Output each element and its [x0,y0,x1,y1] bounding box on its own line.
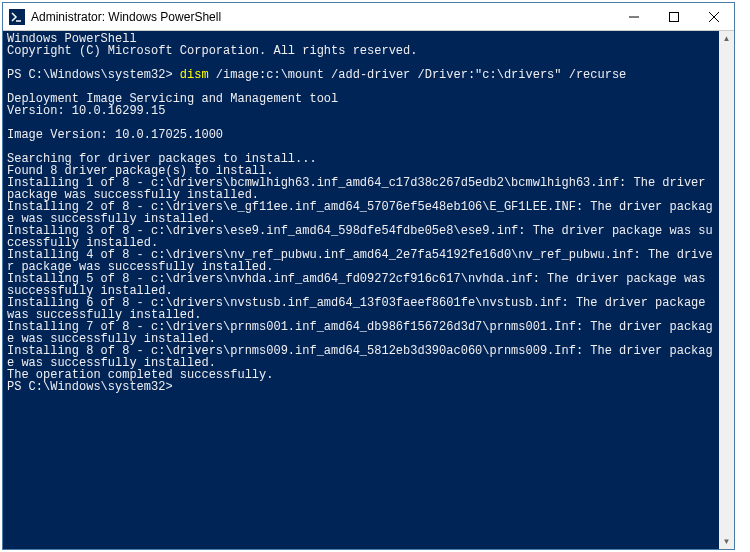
prompt-2: PS C:\Windows\system32> [7,380,173,394]
prompt: PS C:\Windows\system32> [7,68,173,82]
maximize-button[interactable] [654,3,694,30]
console-area: Windows PowerShell Copyright (C) Microso… [3,31,734,549]
output-body: Deployment Image Servicing and Managemen… [7,92,713,382]
vertical-scrollbar[interactable]: ▲ ▼ [719,31,734,549]
minimize-button[interactable] [614,3,654,30]
scroll-up-arrow[interactable]: ▲ [719,31,734,46]
window-controls [614,3,734,30]
close-button[interactable] [694,3,734,30]
ps-copyright-line: Copyright (C) Microsoft Corporation. All… [7,44,417,58]
window-title: Administrator: Windows PowerShell [31,10,614,24]
console-output[interactable]: Windows PowerShell Copyright (C) Microso… [3,31,719,549]
titlebar[interactable]: Administrator: Windows PowerShell [3,3,734,31]
command-highlight: dism [180,68,209,82]
command-args: /image:c:\mount /add-driver /Driver:"c:\… [209,68,627,82]
powershell-window: Administrator: Windows PowerShell Window… [2,2,735,550]
scroll-down-arrow[interactable]: ▼ [719,534,734,549]
svg-rect-3 [670,12,679,21]
powershell-icon [9,9,25,25]
